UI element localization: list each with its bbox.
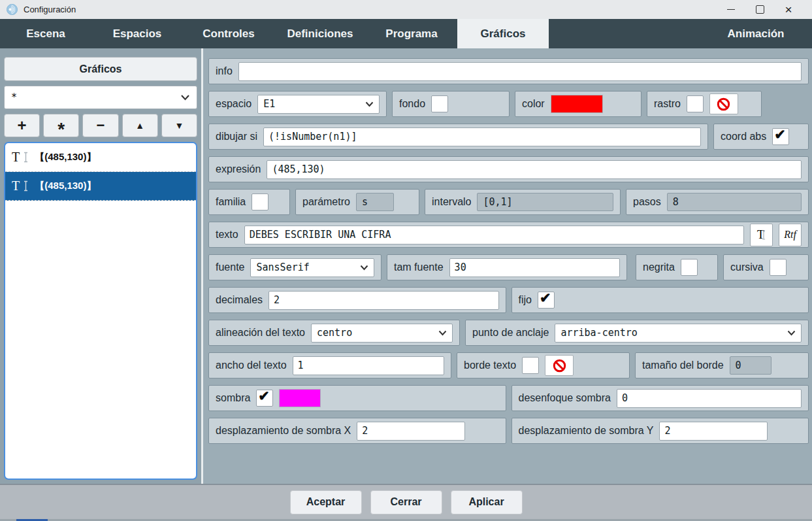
no-entry-icon <box>552 358 567 373</box>
decimales-input[interactable] <box>268 291 498 310</box>
familia-checkbox[interactable] <box>252 193 268 210</box>
color-group: color <box>515 91 641 117</box>
ancho-texto-label: ancho del texto <box>216 360 287 371</box>
ancho-texto-input[interactable] <box>293 356 444 375</box>
fuente-select[interactable]: SansSerif <box>250 258 374 277</box>
info-label: info <box>216 65 233 77</box>
tab-controles[interactable]: Controles <box>183 19 274 48</box>
despl-x-label: desplazamiento de sombra X <box>216 425 351 437</box>
list-item-selected[interactable]: T 【(485,130)】 <box>5 172 196 201</box>
tab-animacion[interactable]: Animación <box>704 19 808 48</box>
tab-espacios[interactable]: Espacios <box>91 19 183 48</box>
plain-text-editor-button[interactable]: T <box>750 224 773 246</box>
espacio-group: espacio E1 <box>208 91 387 117</box>
tam-fuente-input[interactable] <box>449 258 620 277</box>
tab-bar: Escena Espacios Controles Definiciones P… <box>0 19 812 48</box>
tab-programa[interactable]: Programa <box>366 19 457 48</box>
alineacion-group: alineación del texto centro <box>208 320 460 346</box>
add-graphic-button[interactable]: + <box>4 114 40 137</box>
fondo-checkbox[interactable] <box>431 95 448 112</box>
rastro-label: rastro <box>654 98 681 110</box>
color-swatch[interactable] <box>551 95 603 113</box>
move-down-button[interactable]: ▼ <box>161 114 197 137</box>
info-input[interactable] <box>238 62 802 81</box>
expresion-label: expresión <box>216 163 261 175</box>
tamano-borde-group: tamaño del borde 0 <box>635 352 809 378</box>
despl-y-group: desplazamiento de sombra Y <box>512 418 809 444</box>
despl-y-label: desplazamiento de sombra Y <box>519 425 654 437</box>
sombra-group: sombra <box>208 385 506 411</box>
despl-x-input[interactable] <box>357 422 465 441</box>
duplicate-graphic-button[interactable]: * <box>43 114 79 137</box>
text-cursor-icon <box>24 180 28 192</box>
maximize-button[interactable] <box>745 0 774 19</box>
apply-button[interactable]: Aplicar <box>451 490 523 514</box>
fijo-checkbox[interactable] <box>538 292 555 309</box>
parametro-field: s <box>356 193 394 211</box>
intervalo-group: intervalo [0,1] <box>425 189 621 215</box>
parametro-label: parámetro <box>302 196 350 208</box>
list-item-label: 【(485,130)】 <box>35 180 96 192</box>
negrita-label: negrita <box>643 261 675 273</box>
rastro-group: rastro <box>647 91 762 117</box>
close-button[interactable]: × <box>774 0 803 19</box>
despl-x-group: desplazamiento de sombra X <box>208 418 506 444</box>
anclaje-select[interactable]: arriba-centro <box>555 324 802 343</box>
cursiva-label: cursiva <box>730 261 764 273</box>
negrita-checkbox[interactable] <box>681 259 698 276</box>
tam-fuente-group: tam fuente <box>387 254 627 280</box>
sombra-color-swatch[interactable] <box>279 389 321 407</box>
fondo-label: fondo <box>399 98 425 110</box>
pasos-label: pasos <box>633 196 661 208</box>
title-bar: Configuración × <box>0 0 812 19</box>
graphics-filter-select[interactable]: * <box>4 86 197 109</box>
intervalo-field: [0,1] <box>477 193 613 211</box>
coord-abs-group: coord abs <box>713 124 809 150</box>
borde-texto-color-button[interactable] <box>545 355 574 376</box>
borde-texto-group: borde texto <box>457 352 630 378</box>
despl-y-input[interactable] <box>659 422 768 441</box>
rastro-color-button[interactable] <box>709 93 738 114</box>
desenfoque-input[interactable] <box>617 389 802 408</box>
chevron-down-icon <box>787 330 796 336</box>
familia-group: familia <box>208 189 290 215</box>
negrita-group: negrita <box>636 254 718 280</box>
sombra-checkbox[interactable] <box>256 390 273 407</box>
info-group: info <box>208 58 809 84</box>
no-entry-icon <box>716 97 731 112</box>
list-item[interactable]: T 【(485,130)】 <box>5 143 196 172</box>
tab-definiciones[interactable]: Definiciones <box>274 19 366 48</box>
desenfoque-label: desenfoque sombra <box>519 392 611 404</box>
expresion-input[interactable] <box>267 160 802 179</box>
fondo-group: fondo <box>392 91 510 117</box>
color-label: color <box>522 98 545 110</box>
dialog-footer: Aceptar Cerrar Aplicar <box>0 484 812 519</box>
pasos-field: 8 <box>667 193 802 211</box>
parametro-group: parámetro s <box>295 189 419 215</box>
window-controls: × <box>717 0 803 19</box>
configuration-window: Configuración × Escena Espacios Controle… <box>0 0 812 521</box>
cursiva-checkbox[interactable] <box>770 259 787 276</box>
rastro-checkbox[interactable] <box>687 95 704 112</box>
intervalo-label: intervalo <box>432 196 471 208</box>
decimales-label: decimales <box>216 294 263 306</box>
minimize-button[interactable] <box>717 0 745 19</box>
rtf-editor-button[interactable]: Rtf <box>779 224 802 246</box>
texto-input[interactable] <box>244 226 744 244</box>
move-up-button[interactable]: ▲ <box>122 114 158 137</box>
espacio-select[interactable]: E1 <box>257 95 380 114</box>
fuente-value: SansSerif <box>256 261 309 273</box>
tab-escena[interactable]: Escena <box>0 19 91 48</box>
dibujar-si-input[interactable] <box>263 127 701 146</box>
text-cursor-icon <box>24 152 28 163</box>
accept-button[interactable]: Aceptar <box>290 490 362 514</box>
alineacion-select[interactable]: centro <box>311 324 453 343</box>
borde-texto-checkbox[interactable] <box>522 357 539 374</box>
remove-graphic-button[interactable]: − <box>82 114 118 137</box>
graphics-sidebar: Gráficos * + * − ▲ ▼ T 【(485,130)】 <box>0 48 201 484</box>
tab-graficos[interactable]: Gráficos <box>457 19 549 48</box>
cerrar-button[interactable]: Cerrar <box>370 490 442 514</box>
text-object-icon: T <box>12 178 20 193</box>
coord-abs-checkbox[interactable] <box>772 128 789 145</box>
dibujar-si-group: dibujar si <box>208 124 708 150</box>
